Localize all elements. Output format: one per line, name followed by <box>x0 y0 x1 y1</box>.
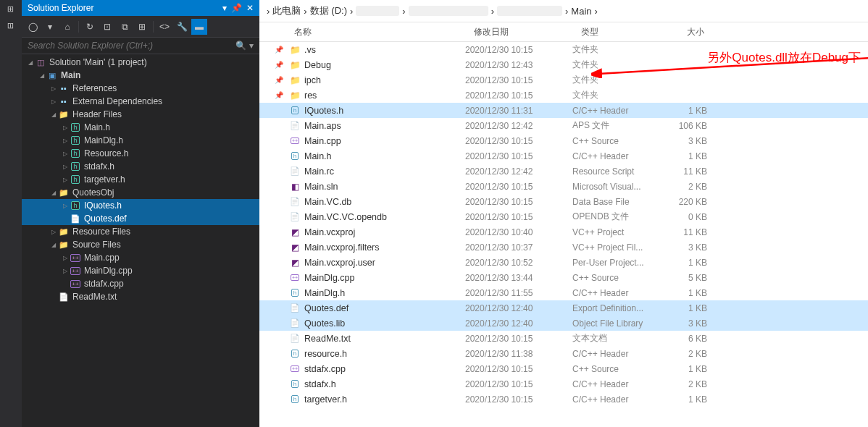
tree-item[interactable]: Main.cpp <box>22 251 259 264</box>
file-row[interactable]: hIQuotes.h2020/12/30 11:31C/C++ Header1 … <box>259 103 868 118</box>
tree-item[interactable]: ▪▪References <box>22 82 259 95</box>
file-row[interactable]: Main.rc2020/12/30 12:42Resource Script11… <box>259 164 868 179</box>
tree-item[interactable]: Source Files <box>22 238 259 251</box>
file-row[interactable]: Main.aps2020/12/30 12:42APS 文件106 KB <box>259 118 868 133</box>
file-row[interactable]: Main.VC.VC.opendb2020/12/30 10:15OPENDB … <box>259 209 868 224</box>
tree-item[interactable]: Resource Files <box>22 225 259 238</box>
back-icon[interactable]: ◯ <box>25 19 41 35</box>
file-row[interactable]: Main.sln2020/12/30 10:15Microsoft Visual… <box>259 179 868 194</box>
header-size[interactable]: 大小 <box>661 26 710 38</box>
tree-item[interactable]: MainDlg.cpp <box>22 264 259 277</box>
breadcrumb-sep: › <box>491 6 494 17</box>
tree-item[interactable]: MainDlg.h <box>22 134 259 147</box>
file-name: MainDlg.cpp <box>304 273 465 283</box>
home-icon[interactable]: ⌂ <box>59 19 75 35</box>
tree-arrow-icon[interactable] <box>49 98 58 105</box>
breadcrumb[interactable]: › 此电脑 › 数据 (D:) › › › › Main › <box>259 0 868 22</box>
file-row[interactable]: Quotes.lib2020/12/30 12:40Object File Li… <box>259 316 868 331</box>
tree-item[interactable]: ▣Main <box>22 69 259 82</box>
tree-item[interactable]: Main.h <box>22 121 259 134</box>
vs-left-gutter: ⊞ ⊟ <box>0 0 22 427</box>
tree-item[interactable]: stdafx.h <box>22 160 259 173</box>
column-headers[interactable]: 名称 修改日期 类型 大小 <box>259 22 868 42</box>
file-row[interactable]: ++stdafx.cpp2020/12/30 10:15C++ Source1 … <box>259 361 868 376</box>
tree-arrow-icon[interactable] <box>61 137 70 144</box>
dropdown-icon[interactable]: ▾ <box>222 3 227 13</box>
copy-icon[interactable]: ⧉ <box>117 19 133 35</box>
file-row[interactable]: Quotes.def2020/12/30 12:40Export Definit… <box>259 300 868 316</box>
file-row[interactable]: 📌ipch2020/12/30 10:15文件夹 <box>259 72 868 88</box>
tree-item[interactable]: IQuotes.h <box>22 199 259 212</box>
tree-arrow-icon[interactable] <box>61 124 70 131</box>
file-row[interactable]: ++MainDlg.cpp2020/12/30 13:44C++ Source5… <box>259 270 868 285</box>
breadcrumb-item[interactable]: Main <box>571 6 591 17</box>
solution-search[interactable]: 🔍 ▾ <box>22 38 259 54</box>
solution-tree[interactable]: ◫Solution 'Main' (1 project)▣Main▪▪Refer… <box>22 54 259 427</box>
tree-item-label: MainDlg.cpp <box>84 266 133 276</box>
sync-icon[interactable]: ⊡ <box>99 19 115 35</box>
file-row[interactable]: 📌.vs2020/12/30 10:15文件夹 <box>259 42 868 57</box>
file-row[interactable]: hMainDlg.h2020/12/30 11:55C/C++ Header1 … <box>259 285 868 300</box>
tree-arrow-icon[interactable] <box>49 85 58 92</box>
tree-item[interactable]: ReadMe.txt <box>22 290 259 303</box>
tree-item[interactable]: 📄Quotes.def <box>22 212 259 225</box>
file-row[interactable]: ReadMe.txt2020/12/30 10:15文本文档6 KB <box>259 331 868 346</box>
code-icon[interactable]: <> <box>157 19 172 35</box>
file-list[interactable]: 📌.vs2020/12/30 10:15文件夹📌Debug2020/12/30 … <box>259 42 868 427</box>
file-row[interactable]: hMain.h2020/12/30 10:15C/C++ Header1 KB <box>259 148 868 164</box>
file-date: 2020/12/30 10:40 <box>465 227 572 237</box>
folder-icon <box>58 239 70 250</box>
tree-item[interactable]: stdafx.cpp <box>22 277 259 290</box>
search-dropdown-icon[interactable]: ▾ <box>249 41 254 51</box>
tree-arrow-icon[interactable] <box>49 241 58 248</box>
tree-arrow-icon[interactable] <box>61 267 70 274</box>
header-type[interactable]: 类型 <box>575 26 661 38</box>
file-row[interactable]: Main.vcxproj.user2020/12/30 10:52Per-Use… <box>259 255 868 270</box>
forward-icon[interactable]: ▾ <box>42 19 58 35</box>
tree-item[interactable]: targetver.h <box>22 173 259 186</box>
gutter-tab[interactable]: ⊞ <box>1 1 21 17</box>
wrench-icon[interactable]: 🔧 <box>174 19 190 35</box>
file-row[interactable]: Main.vcxproj2020/12/30 10:40VC++ Project… <box>259 224 868 240</box>
tree-item[interactable]: Resource.h <box>22 147 259 160</box>
tree-arrow-icon[interactable] <box>26 59 35 66</box>
tree-arrow-icon[interactable] <box>49 228 58 235</box>
file-row[interactable]: hstdafx.h2020/12/30 10:15C/C++ Header2 K… <box>259 376 868 392</box>
file-row[interactable]: 📌Debug2020/12/30 12:43文件夹 <box>259 57 868 72</box>
properties-icon[interactable]: ▬ <box>191 19 207 35</box>
file-row[interactable]: htargetver.h2020/12/30 10:15C/C++ Header… <box>259 392 868 407</box>
tree-arrow-icon[interactable] <box>38 72 46 79</box>
close-icon[interactable]: ✕ <box>246 3 254 13</box>
breadcrumb-item[interactable]: 数据 (D:) <box>310 4 347 17</box>
header-name[interactable]: 名称 <box>288 26 468 38</box>
tree-item[interactable]: Header Files <box>22 108 259 121</box>
tree-item[interactable]: ◫Solution 'Main' (1 project) <box>22 56 259 69</box>
tree-arrow-icon[interactable] <box>49 189 58 196</box>
file-row[interactable]: Main.vcxproj.filters2020/12/30 10:37VC++… <box>259 240 868 255</box>
tree-arrow-icon[interactable] <box>49 111 58 118</box>
file-row[interactable]: 📌res2020/12/30 10:15文件夹 <box>259 88 868 103</box>
file-type: C++ Source <box>572 136 658 146</box>
file-row[interactable]: hresource.h2020/12/30 11:38C/C++ Header2… <box>259 346 868 361</box>
search-input[interactable] <box>28 41 233 51</box>
breadcrumb-item[interactable]: 此电脑 <box>272 4 301 17</box>
tree-arrow-icon[interactable] <box>61 202 70 209</box>
file-row[interactable]: Main.VC.db2020/12/30 10:15Data Base File… <box>259 194 868 209</box>
file-type: VC++ Project <box>572 227 658 237</box>
tree-arrow-icon[interactable] <box>61 176 70 183</box>
header-date[interactable]: 修改日期 <box>468 26 575 38</box>
tree-item-label: External Dependencies <box>72 96 162 106</box>
pin-icon[interactable]: 📌 <box>231 3 242 13</box>
tree-item[interactable]: QuotesObj <box>22 186 259 199</box>
refresh-icon[interactable]: ↻ <box>82 19 98 35</box>
tree-item[interactable]: ▪▪External Dependencies <box>22 95 259 108</box>
tree-arrow-icon[interactable] <box>61 254 70 261</box>
search-icon[interactable]: 🔍 <box>235 41 246 51</box>
breadcrumb-redacted <box>356 6 399 16</box>
gutter-tab[interactable]: ⊟ <box>1 17 21 33</box>
file-row[interactable]: ++Main.cpp2020/12/30 10:15C++ Source3 KB <box>259 133 868 148</box>
showall-icon[interactable]: ⊞ <box>134 19 150 35</box>
file-name: Main.VC.db <box>304 197 465 207</box>
tree-arrow-icon[interactable] <box>61 150 70 157</box>
tree-arrow-icon[interactable] <box>61 163 70 170</box>
